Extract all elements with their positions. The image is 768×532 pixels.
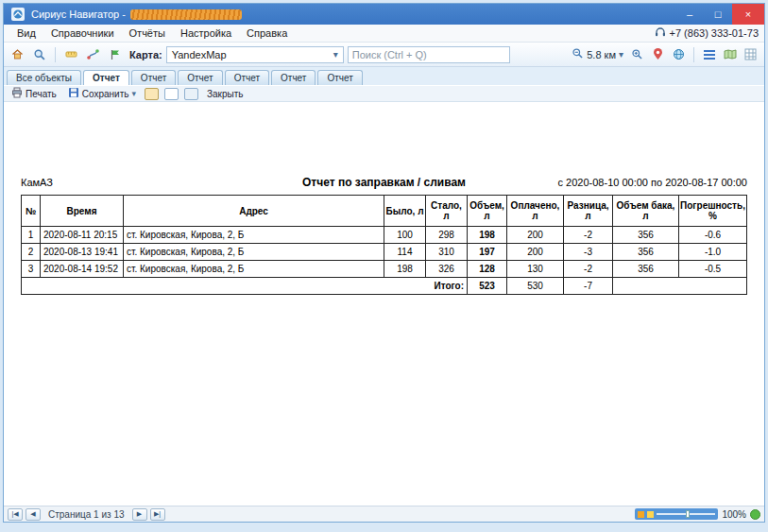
cell-address: ст. Кировская, Кирова, 2, Б <box>124 244 384 261</box>
toolbar-separator <box>693 47 694 62</box>
route-icon[interactable] <box>84 45 102 63</box>
zoom-track[interactable] <box>657 513 715 515</box>
cell-address: ст. Кировская, Кирова, 2, Б <box>124 261 384 278</box>
globe-icon[interactable] <box>670 45 688 63</box>
tab-report-5[interactable]: Отчет <box>271 70 316 85</box>
totals-paid: 530 <box>507 278 564 295</box>
menu-spravochniki[interactable]: Справочники <box>43 26 122 40</box>
table-header-row: № Время Адрес Было, л Стало, л Объем, л … <box>22 196 747 227</box>
app-icon <box>9 6 26 24</box>
fit-page-button[interactable] <box>750 509 760 520</box>
cell-volume: 197 <box>468 244 507 261</box>
cell-error-pct: -0.5 <box>679 261 747 278</box>
zoom-thumb[interactable] <box>686 510 690 518</box>
zoom-in-chip[interactable] <box>647 511 654 518</box>
flag-icon[interactable] <box>106 45 124 63</box>
col-number: № <box>22 196 41 227</box>
minimize-button[interactable]: – <box>675 4 704 25</box>
map-provider-select[interactable]: YandexMap <box>166 46 344 63</box>
menu-vid[interactable]: Вид <box>9 26 43 40</box>
app-window: Сириус Навигатор - – □ × Вид Справочники… <box>3 3 765 523</box>
cell-volume: 198 <box>468 227 507 244</box>
marker-icon[interactable] <box>649 45 667 63</box>
cell-number: 2 <box>22 244 41 261</box>
cell-time: 2020-08-14 19:52 <box>41 261 124 278</box>
vehicle-name: КамАЗ <box>21 177 302 188</box>
map-scale-dropdown[interactable]: 5.8 км <box>570 47 625 61</box>
report-title: Отчет по заправкам / сливам <box>302 176 466 189</box>
tab-report-3[interactable]: Отчет <box>178 70 222 85</box>
cell-time: 2020-08-13 19:41 <box>41 244 124 261</box>
ruler-icon[interactable] <box>62 45 80 63</box>
page-setup-button[interactable] <box>145 88 159 100</box>
cell-tank-volume: 356 <box>613 244 679 261</box>
report-table: № Время Адрес Было, л Стало, л Объем, л … <box>21 195 747 295</box>
close-report-button[interactable]: Закрыть <box>204 88 247 100</box>
search-input[interactable] <box>352 49 505 60</box>
toolbar-right-group: 5.8 км <box>570 45 759 63</box>
map-scale-value: 5.8 км <box>587 49 616 60</box>
zoom-in-icon[interactable] <box>628 45 646 63</box>
cell-before: 114 <box>384 244 426 261</box>
cell-paid: 130 <box>507 261 564 278</box>
phone-number: +7 (863) 333-01-73 <box>670 27 759 39</box>
cell-paid: 200 <box>507 244 564 261</box>
tab-report-2[interactable]: Отчет <box>131 70 176 85</box>
tab-report-6[interactable]: Отчет <box>317 70 362 85</box>
totals-label: Итого: <box>22 278 468 295</box>
col-paid: Оплачено, л <box>507 196 564 227</box>
close-button[interactable]: × <box>732 4 764 25</box>
save-button[interactable]: Сохранить <box>65 86 139 101</box>
prev-page-button[interactable]: ◀ <box>26 508 41 521</box>
menu-otchety[interactable]: Отчёты <box>122 26 173 40</box>
map-panel-icon[interactable] <box>721 45 739 63</box>
tab-all-objects[interactable]: Все объекты <box>7 70 81 85</box>
cell-error-pct: -1.0 <box>679 244 747 261</box>
table-row: 1 2020-08-11 20:15 ст. Кировская, Кирова… <box>22 227 747 244</box>
col-time: Время <box>41 196 124 227</box>
col-difference: Разница, л <box>564 196 613 227</box>
cell-address: ст. Кировская, Кирова, 2, Б <box>124 227 384 244</box>
cell-paid: 200 <box>507 227 564 244</box>
zoom-out-chip[interactable] <box>638 511 644 518</box>
cell-time: 2020-08-11 20:15 <box>41 227 124 244</box>
zoom-slider[interactable] <box>635 508 718 520</box>
menu-spravka[interactable]: Справка <box>239 26 295 40</box>
cell-after: 310 <box>426 244 468 261</box>
page-width-button[interactable] <box>164 88 179 100</box>
totals-difference: -7 <box>564 278 613 295</box>
save-icon <box>68 87 79 100</box>
last-page-button[interactable]: ▶| <box>150 508 165 521</box>
toolbar-separator <box>55 47 56 62</box>
cell-difference: -3 <box>564 244 613 261</box>
redacted-company-name <box>130 9 242 20</box>
zoom-level: 100% <box>722 509 746 520</box>
col-address: Адрес <box>124 196 384 227</box>
first-page-button[interactable]: |◀ <box>8 508 23 521</box>
next-page-button[interactable]: ▶ <box>132 508 147 521</box>
cell-tank-volume: 356 <box>613 261 679 278</box>
main-toolbar: Карта: YandexMap 5.8 км <box>4 43 764 67</box>
menu-nastroyka[interactable]: Настройка <box>173 26 239 40</box>
search-map-icon[interactable] <box>30 45 48 63</box>
report-content: КамАЗ Отчет по заправкам / сливам с 2020… <box>4 102 764 506</box>
home-icon[interactable] <box>9 45 26 63</box>
tab-report-4[interactable]: Отчет <box>225 70 269 85</box>
report-page: КамАЗ Отчет по заправкам / сливам с 2020… <box>4 102 764 295</box>
list-icon[interactable] <box>700 45 718 63</box>
window-controls: – □ × <box>675 4 764 25</box>
search-box <box>348 46 510 63</box>
grid-icon[interactable] <box>742 45 759 63</box>
window-title: Сириус Навигатор - <box>31 9 126 20</box>
col-before: Было, л <box>384 196 426 227</box>
cell-difference: -2 <box>564 261 613 278</box>
cell-after: 298 <box>426 227 468 244</box>
tab-report-active[interactable]: Отчет <box>83 70 129 85</box>
zoom-out-icon <box>572 47 584 61</box>
whole-page-button[interactable] <box>184 88 198 100</box>
print-button[interactable]: Печать <box>9 86 60 101</box>
maximize-button[interactable]: □ <box>704 4 732 25</box>
cell-number: 3 <box>22 261 41 278</box>
menubar: Вид Справочники Отчёты Настройка Справка… <box>4 25 764 43</box>
cell-tank-volume: 356 <box>613 227 679 244</box>
